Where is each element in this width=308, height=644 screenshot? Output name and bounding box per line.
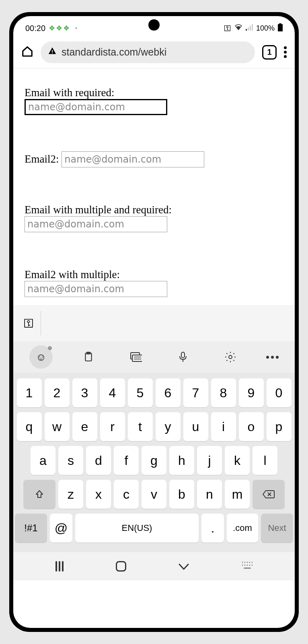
key-3[interactable]: 3 [72, 378, 97, 407]
svg-point-21 [247, 562, 248, 563]
key-t[interactable]: t [128, 412, 153, 441]
key-at[interactable]: @ [50, 514, 72, 543]
keyboard-row-zxcv: z x c v b n m [15, 480, 293, 509]
key-i[interactable]: i [211, 412, 236, 441]
keyboard-toggle-icon[interactable] [241, 561, 253, 572]
input-email-required[interactable] [25, 99, 167, 115]
key-f[interactable]: f [114, 446, 139, 475]
form-row-email2: Email2: [25, 151, 283, 167]
battery-icon [278, 23, 283, 33]
key-g[interactable]: g [142, 446, 166, 475]
key-5[interactable]: 5 [128, 378, 153, 407]
key-o[interactable]: o [239, 412, 264, 441]
key-y[interactable]: y [156, 412, 181, 441]
key-1[interactable]: 1 [17, 378, 42, 407]
nav-back-button[interactable] [179, 560, 189, 573]
key-0[interactable]: 0 [267, 378, 292, 407]
nav-recent-button[interactable] [55, 561, 64, 572]
key-r[interactable]: r [100, 412, 125, 441]
key-dotcom[interactable]: .com [227, 514, 258, 543]
battery-text: 100% [256, 24, 275, 33]
android-icon: ❖ [56, 24, 62, 33]
key-8[interactable]: 8 [211, 378, 236, 407]
toolbar-more-icon[interactable] [266, 356, 279, 359]
tabs-button[interactable]: 1 [262, 45, 277, 60]
key-k[interactable]: k [225, 446, 250, 475]
key-j[interactable]: j [197, 446, 222, 475]
keyboard-row-asdf: a s d f g h j k l [15, 446, 293, 475]
nav-home-button[interactable] [116, 561, 126, 572]
key-l[interactable]: l [253, 446, 277, 475]
key-space[interactable]: EN(US) [75, 514, 199, 543]
system-nav-bar [13, 552, 295, 580]
phone-frame: 00:20 ❖ ❖ ❖ • ⚿ 100% [9, 12, 299, 632]
key-s[interactable]: s [58, 446, 83, 475]
page-content[interactable]: Email with required: Email2: Email with … [13, 68, 295, 305]
camera-notch [148, 19, 160, 31]
input-email-multiple-required[interactable] [25, 216, 167, 232]
label-email2-multiple: Email2 with multiple: [25, 268, 120, 281]
vpn-key-icon: ⚿ [224, 24, 231, 33]
emoji-button[interactable]: ☺ [29, 345, 53, 369]
key-9[interactable]: 9 [239, 378, 264, 407]
svg-rect-14 [181, 352, 185, 358]
svg-rect-1 [248, 27, 249, 31]
settings-button[interactable] [219, 345, 242, 369]
key-next[interactable]: Next [261, 514, 293, 543]
key-a[interactable]: a [31, 446, 55, 475]
label-email2: Email2: [25, 153, 59, 165]
key-period[interactable]: . [201, 514, 224, 543]
svg-point-23 [252, 562, 253, 563]
more-menu-icon[interactable] [284, 46, 287, 58]
key-7[interactable]: 7 [183, 378, 208, 407]
insecure-warning-icon [48, 47, 57, 58]
keyboard-row-bottom: !#1 @ EN(US) . .com Next [15, 514, 293, 543]
key-b[interactable]: b [169, 480, 194, 509]
key-c[interactable]: c [114, 480, 139, 509]
key-p[interactable]: p [267, 412, 292, 441]
key-m[interactable]: m [225, 480, 250, 509]
key-d[interactable]: d [86, 446, 111, 475]
input-email2[interactable] [62, 151, 204, 167]
home-icon[interactable] [21, 45, 33, 59]
keyboard-row-qwerty: q w e r t y u i o p [15, 412, 293, 441]
svg-rect-2 [250, 26, 251, 31]
key-h[interactable]: h [169, 446, 194, 475]
svg-point-27 [249, 565, 251, 566]
key-e[interactable]: e [72, 412, 97, 441]
clipboard-button[interactable] [77, 345, 100, 369]
input-email2-multiple[interactable] [25, 281, 167, 297]
svg-rect-4 [279, 23, 281, 24]
address-bar[interactable]: standardista.com/webki [41, 41, 255, 63]
key-v[interactable]: v [142, 480, 166, 509]
key-z[interactable]: z [58, 480, 83, 509]
key-shift[interactable] [23, 480, 55, 509]
key-x[interactable]: x [86, 480, 111, 509]
key-4[interactable]: 4 [100, 378, 125, 407]
svg-rect-7 [52, 52, 53, 53]
password-key-icon[interactable]: ⚿ [24, 317, 34, 330]
voice-input-button[interactable] [171, 345, 195, 369]
svg-point-28 [252, 565, 253, 566]
key-u[interactable]: u [183, 412, 208, 441]
key-symbols[interactable]: !#1 [15, 514, 47, 543]
key-q[interactable]: q [17, 412, 42, 441]
android-icon: ❖ [49, 24, 55, 33]
form-row-email-required: Email with required: [25, 87, 283, 115]
url-text: standardista.com/webki [62, 46, 166, 58]
wifi-icon [234, 24, 242, 33]
key-backspace[interactable] [253, 480, 285, 509]
key-2[interactable]: 2 [45, 378, 70, 407]
svg-rect-3 [252, 24, 253, 31]
key-n[interactable]: n [197, 480, 222, 509]
key-6[interactable]: 6 [156, 378, 181, 407]
separator [41, 311, 41, 335]
keyboard: 1 2 3 4 5 6 7 8 9 0 q w e r t y u i o [13, 373, 295, 552]
svg-point-24 [242, 565, 243, 566]
key-w[interactable]: w [45, 412, 70, 441]
svg-point-19 [242, 562, 243, 563]
keyboard-mode-button[interactable] [124, 345, 148, 369]
svg-rect-5 [278, 24, 283, 31]
svg-rect-11 [132, 355, 142, 361]
status-left: 00:20 ❖ ❖ ❖ • [25, 24, 77, 33]
